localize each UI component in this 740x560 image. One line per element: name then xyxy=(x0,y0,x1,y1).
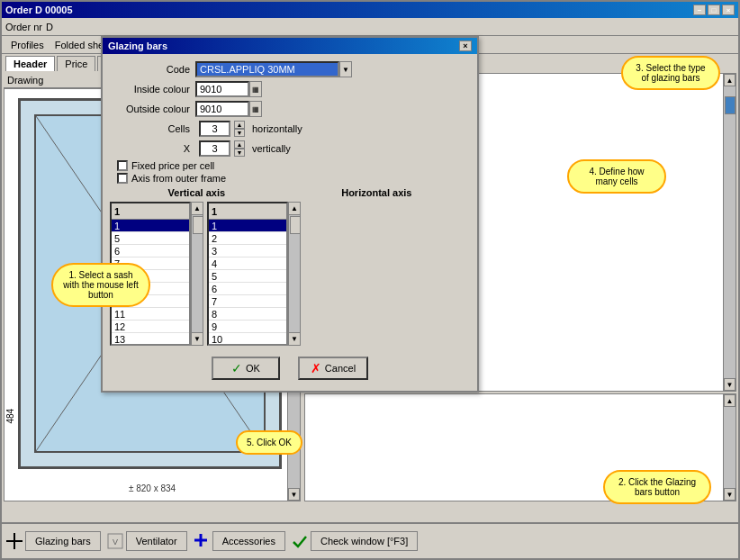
outside-colour-row: Outside colour ▦ xyxy=(110,101,470,117)
tab-header[interactable]: Header xyxy=(5,56,55,71)
callout-4: 4. Define how many cells xyxy=(567,159,666,194)
list2-item-2[interactable]: 2 xyxy=(209,232,286,245)
dialog-title-text: Glazing bars xyxy=(108,41,167,51)
check-window-button[interactable]: Check window [°F3] xyxy=(311,531,418,551)
title-bar-buttons: − □ × xyxy=(693,5,735,15)
cells-v-spinners: ▲ ▼ xyxy=(234,140,245,157)
list2-item-8[interactable]: 8 xyxy=(209,308,286,321)
code-input[interactable] xyxy=(195,61,339,77)
ok-label: OK xyxy=(246,363,260,374)
list1-item-6[interactable]: 6 xyxy=(112,245,189,257)
plus-icon xyxy=(193,532,211,550)
list2-item-7[interactable]: 7 xyxy=(209,295,286,308)
list2-scroll-thumb[interactable] xyxy=(290,216,301,234)
cells-h-down[interactable]: ▼ xyxy=(234,129,245,137)
inside-colour-btn[interactable]: ▦ xyxy=(249,81,262,97)
axis-outer-checkbox[interactable] xyxy=(117,173,128,184)
bottom-toolbar: Glazing bars V Ventilator Accessories xyxy=(2,522,738,558)
cells-h-up[interactable]: ▲ xyxy=(234,121,245,129)
cells-h-value: 3 xyxy=(199,121,230,137)
upper-grid-scrollbar[interactable]: ▲ ▼ xyxy=(723,74,735,391)
list1-scrollbar[interactable]: ▲ ▼ xyxy=(191,202,203,346)
list2-item-5[interactable]: 5 xyxy=(209,270,286,283)
dimension-484: 484 xyxy=(5,409,15,424)
list1-scroll-up[interactable]: ▲ xyxy=(192,203,203,215)
outside-colour-input[interactable] xyxy=(195,101,249,117)
list2-scroll-down[interactable]: ▼ xyxy=(289,332,300,345)
list1-item-13[interactable]: 13 xyxy=(112,333,189,346)
list2-item-10[interactable]: 10 xyxy=(209,333,286,346)
crosshair-icon xyxy=(5,532,23,550)
list2-scroll-track xyxy=(289,215,300,332)
list2-item-3[interactable]: 3 xyxy=(209,245,286,257)
ventilator-svg: V xyxy=(107,533,123,549)
callout-3-text: 3. Select the type of glazing bars xyxy=(636,63,705,83)
list1-scroll-down[interactable]: ▼ xyxy=(192,332,203,345)
menu-profiles[interactable]: Profiles xyxy=(5,38,50,52)
list2-item-9[interactable]: 9 xyxy=(209,321,286,333)
upper-scroll-down[interactable]: ▼ xyxy=(724,378,735,391)
accessories-button[interactable]: Accessories xyxy=(212,531,285,551)
outside-colour-label: Outside colour xyxy=(110,104,195,114)
cancel-button[interactable]: ✗ Cancel xyxy=(298,357,368,380)
list1-item-12[interactable]: 12 xyxy=(112,321,189,333)
list1-item-11[interactable]: 11 xyxy=(112,308,189,321)
upper-scroll-thumb[interactable] xyxy=(725,96,735,114)
upper-scroll-up[interactable]: ▲ xyxy=(724,74,735,86)
list2-item-4[interactable]: 4 xyxy=(209,257,286,270)
fixed-price-row: Fixed price per cell xyxy=(110,160,470,171)
axis-outer-row: Axis from outer frame xyxy=(110,173,470,184)
main-window: Order D 00005 − □ × Order nr D Profiles … xyxy=(0,0,740,560)
cells-h-unit: horizontally xyxy=(252,123,302,134)
list2-item-1[interactable]: 1 xyxy=(209,220,286,232)
maximize-button[interactable]: □ xyxy=(708,5,720,15)
list2-scrollbar[interactable]: ▲ ▼ xyxy=(288,202,301,346)
inside-colour-label: Inside colour xyxy=(110,84,195,95)
cancel-x-icon: ✗ xyxy=(311,361,321,375)
lower-grid-scrollbar[interactable]: ▲ ▼ xyxy=(723,394,735,501)
callout-5: 5. Click OK xyxy=(236,430,302,455)
list2-item-6[interactable]: 6 xyxy=(209,283,286,295)
cells-v-unit: vertically xyxy=(252,143,291,154)
lower-scroll-down[interactable]: ▼ xyxy=(724,488,735,501)
dialog-close-button[interactable]: × xyxy=(459,41,472,51)
glazing-bars-button[interactable]: Glazing bars xyxy=(25,531,101,551)
cells-label: Cells xyxy=(110,123,195,134)
check-svg xyxy=(292,533,308,549)
tab-price[interactable]: Price xyxy=(57,56,95,71)
lower-scroll-up[interactable]: ▲ xyxy=(724,394,735,407)
order-label: Order nr xyxy=(5,22,42,32)
cells-v-down[interactable]: ▼ xyxy=(234,149,245,157)
ventilator-button[interactable]: Ventilator xyxy=(126,531,187,551)
list1-header: 1 xyxy=(112,203,189,220)
glazing-bars-dialog: Glazing bars × Code ▼ Inside colour ▦ xyxy=(101,36,479,393)
window-title: Order D 00005 xyxy=(5,5,73,15)
outside-colour-btn[interactable]: ▦ xyxy=(249,101,262,117)
list1-item-1[interactable]: 1 xyxy=(112,220,189,232)
minimize-button[interactable]: − xyxy=(693,5,706,15)
cancel-label: Cancel xyxy=(325,363,356,374)
inside-colour-input[interactable] xyxy=(195,81,249,97)
axis-outer-label: Axis from outer frame xyxy=(131,173,226,184)
cells-v-value: 3 xyxy=(199,140,230,157)
list2[interactable]: 1 1 2 3 4 5 6 7 8 9 10 11 12 xyxy=(207,202,288,346)
svg-text:V: V xyxy=(113,537,118,546)
cells-v-row: X 3 ▲ ▼ vertically xyxy=(110,140,470,157)
dimension-text: ± 820 x 834 xyxy=(129,483,176,493)
callout-5-text: 5. Click OK xyxy=(247,438,292,447)
ok-button[interactable]: ✓ OK xyxy=(212,357,280,380)
close-button[interactable]: × xyxy=(722,5,735,15)
list1-scroll-thumb[interactable] xyxy=(193,216,203,234)
cells-row: Cells 3 ▲ ▼ horizontally xyxy=(110,121,470,137)
order-value: D xyxy=(46,22,53,32)
list2-scroll-up[interactable]: ▲ xyxy=(289,203,300,215)
callout-3: 3. Select the type of glazing bars xyxy=(621,56,720,90)
list1-item-5[interactable]: 5 xyxy=(112,232,189,245)
cells-v-up[interactable]: ▲ xyxy=(234,140,245,149)
scroll-down-btn[interactable]: ▼ xyxy=(288,488,300,501)
code-dropdown-btn[interactable]: ▼ xyxy=(339,61,352,77)
callout-2-text: 2. Click the Glazing bars button xyxy=(618,477,696,497)
fixed-price-checkbox[interactable] xyxy=(117,160,128,171)
plus-svg xyxy=(193,532,209,548)
dialog-body: Code ▼ Inside colour ▦ Outside colour ▦ xyxy=(103,54,477,391)
